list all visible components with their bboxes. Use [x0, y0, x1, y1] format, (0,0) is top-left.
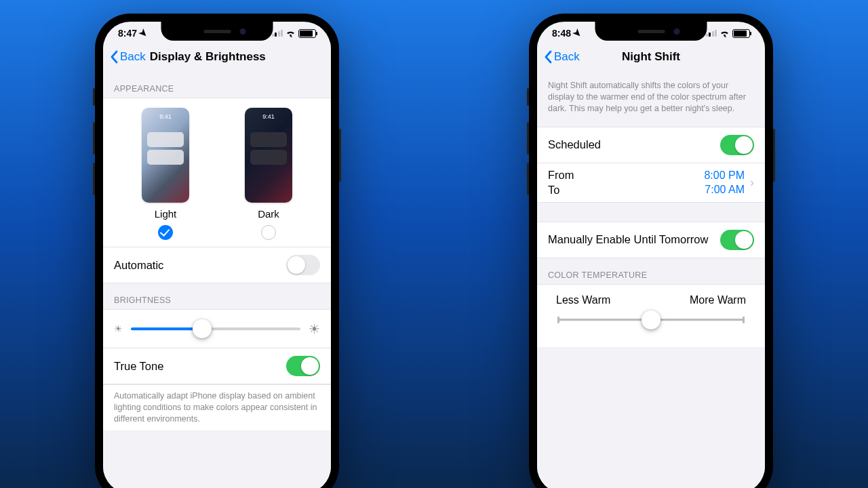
truetone-desc: Automatically adapt iPhone display based… [103, 384, 331, 430]
page-title: Night Shift [622, 50, 680, 64]
side-button[interactable] [339, 129, 341, 182]
schedule-row[interactable]: From To 8:00 PM 7:00 AM › [537, 163, 765, 202]
manual-enable-label: Manually Enable Until Tomorrow [548, 233, 708, 246]
to-value: 7:00 AM [705, 184, 745, 196]
status-time: 8:47 [118, 28, 137, 39]
chevron-left-icon [110, 50, 118, 64]
light-radio[interactable] [158, 225, 173, 240]
dark-preview: 9:41 [245, 108, 292, 203]
dark-label: Dark [258, 208, 279, 220]
truetone-toggle[interactable] [286, 356, 320, 376]
manual-enable-toggle[interactable] [720, 230, 754, 250]
brightness-slider-row: ☀︎ ☀︎ [103, 309, 331, 348]
more-warm-label: More Warm [690, 294, 746, 306]
colortemp-labels: Less Warm More Warm [537, 285, 765, 308]
side-button[interactable] [773, 129, 775, 182]
phone-display-brightness: 8:47 ➤ Back Display & Brightness A [95, 14, 339, 488]
location-icon: ➤ [571, 26, 585, 40]
scheduled-row: Scheduled [537, 127, 765, 163]
sun-small-icon: ☀︎ [114, 323, 123, 334]
scheduled-label: Scheduled [548, 138, 601, 151]
truetone-row: True Tone [103, 348, 331, 384]
back-button[interactable]: Back [110, 50, 146, 64]
appearance-header: APPEARANCE [103, 72, 331, 98]
nightshift-intro: Night Shift automatically shifts the col… [537, 72, 765, 127]
light-preview: 9:41 [142, 108, 189, 203]
brightness-slider[interactable] [131, 319, 300, 338]
page-title: Display & Brightness [150, 50, 266, 64]
cellular-icon [272, 30, 283, 37]
nav-bar: Back Night Shift [537, 42, 765, 73]
back-label: Back [554, 50, 580, 64]
cellular-icon [706, 30, 717, 37]
battery-icon [732, 29, 750, 38]
wifi-icon [719, 29, 730, 37]
from-value: 8:00 PM [704, 169, 745, 182]
colortemp-header: COLOR TEMPERATURE [537, 258, 765, 284]
light-label: Light [155, 208, 177, 220]
dark-radio[interactable] [261, 225, 276, 240]
automatic-toggle[interactable] [286, 255, 320, 275]
battery-icon [298, 29, 316, 38]
appearance-group: 9:41 Light 9:41 Dark [103, 98, 331, 247]
brightness-header: BRIGHTNESS [103, 283, 331, 309]
appearance-dark-option[interactable]: 9:41 Dark [245, 108, 292, 240]
location-icon: ➤ [137, 26, 151, 40]
notch [595, 22, 707, 41]
chevron-right-icon: › [750, 176, 754, 190]
automatic-row: Automatic [103, 247, 331, 283]
appearance-light-option[interactable]: 9:41 Light [142, 108, 189, 240]
chevron-left-icon [544, 50, 552, 64]
truetone-label: True Tone [114, 360, 163, 373]
notch [161, 22, 273, 41]
from-label: From [548, 169, 574, 182]
manual-enable-row: Manually Enable Until Tomorrow [537, 222, 765, 258]
wifi-icon [285, 29, 296, 37]
back-label: Back [120, 50, 146, 64]
colortemp-slider[interactable] [557, 310, 745, 329]
sun-large-icon: ☀︎ [309, 321, 320, 337]
status-time: 8:48 [552, 28, 571, 39]
automatic-label: Automatic [114, 259, 163, 272]
less-warm-label: Less Warm [556, 294, 610, 306]
nav-bar: Back Display & Brightness [103, 42, 331, 73]
back-button[interactable]: Back [544, 50, 580, 64]
to-label: To [548, 184, 574, 197]
scheduled-toggle[interactable] [720, 135, 754, 155]
phone-night-shift: 8:48 ➤ Back Night Shift Night Shif [529, 14, 773, 488]
